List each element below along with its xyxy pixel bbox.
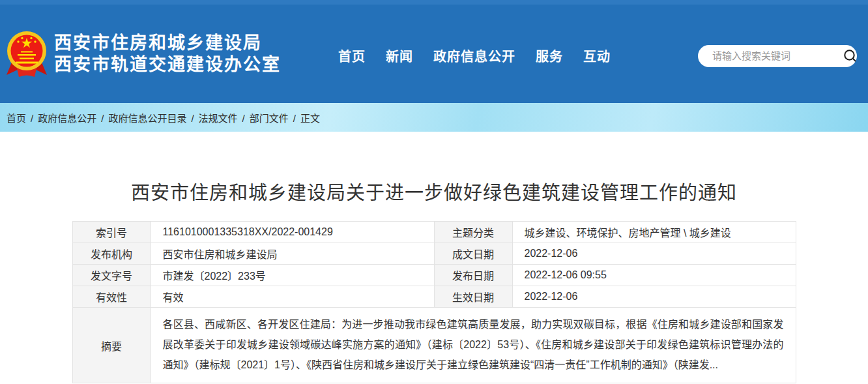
breadcrumb-separator: / — [242, 113, 245, 124]
meta-label-validity: 有效性 — [72, 286, 151, 308]
meta-label-summary: 摘要 — [72, 308, 151, 383]
breadcrumb-separator: / — [31, 113, 33, 124]
breadcrumb-band: 首页/政府信息公开/政府信息公开目录/法规文件/部门文件/正文 — [0, 103, 868, 132]
meta-label-written-date: 成文日期 — [434, 243, 512, 265]
meta-label-publish-date: 发布日期 — [434, 265, 512, 286]
site-title: 西安市住房和城乡建设局 西安市轨道交通建设办公室 — [54, 33, 281, 76]
meta-value-doc-number: 市建发〔2022〕233号 — [151, 265, 434, 286]
breadcrumb-item-current[interactable]: 正文 — [300, 113, 320, 124]
breadcrumb-separator: / — [293, 113, 296, 124]
document-meta-table: 索引号 1161010001335318XX/2022-001429 主题分类 … — [72, 221, 796, 383]
site-brand: 西安市住房和城乡建设局 西安市轨道交通建设办公室 — [6, 29, 281, 79]
site-header: 西安市住房和城乡建设局 西安市轨道交通建设办公室 首页 新闻 政府信息公开 服务… — [0, 0, 868, 103]
search-icon[interactable] — [842, 48, 857, 65]
meta-value-effective-date: 2022-12-06 — [512, 286, 796, 308]
nav-item-gov-info[interactable]: 政府信息公开 — [433, 46, 515, 65]
meta-value-topic: 城乡建设、环境保护、房地产管理 \ 城乡建设 — [512, 222, 796, 243]
meta-label-topic: 主题分类 — [434, 222, 512, 243]
article-main: 西安市住房和城乡建设局关于进一步做好绿色建筑建设管理工作的通知 索引号 1161… — [0, 132, 868, 384]
nav-item-services[interactable]: 服务 — [536, 46, 563, 65]
meta-value-index: 1161010001335318XX/2022-001429 — [151, 222, 434, 243]
meta-value-written-date: 2022-12-06 — [512, 243, 796, 265]
meta-label-index: 索引号 — [72, 222, 151, 243]
meta-value-validity: 有效 — [151, 286, 434, 308]
breadcrumb-item-regulation-files[interactable]: 法规文件 — [199, 113, 238, 124]
nav-item-news[interactable]: 新闻 — [386, 46, 413, 65]
nav-item-home[interactable]: 首页 — [338, 46, 366, 65]
breadcrumb-item-gov-info[interactable]: 政府信息公开 — [38, 113, 96, 124]
table-row: 有效性 有效 生效日期 2022-12-06 — [72, 286, 796, 308]
meta-label-issuer: 发布机构 — [72, 243, 151, 265]
site-title-line1: 西安市住房和城乡建设局 — [54, 33, 281, 54]
table-row: 发布机构 西安市住房和城乡建设局 成文日期 2022-12-06 — [72, 243, 796, 265]
table-row: 发文字号 市建发〔2022〕233号 发布日期 2022-12-06 09:55 — [72, 265, 796, 286]
header-content: 西安市住房和城乡建设局 西安市轨道交通建设办公室 首页 新闻 政府信息公开 服务… — [0, 5, 868, 103]
header-top-strip — [0, 0, 868, 5]
table-row: 索引号 1161010001335318XX/2022-001429 主题分类 … — [72, 222, 796, 243]
meta-label-effective-date: 生效日期 — [434, 286, 512, 308]
meta-value-summary: 各区县、西咸新区、各开发区住建局：为进一步推动我市绿色建筑高质量发展，助力实现双… — [151, 308, 796, 383]
breadcrumb-item-gov-info-catalog[interactable]: 政府信息公开目录 — [108, 113, 186, 124]
search-box[interactable] — [698, 45, 857, 67]
breadcrumb-item-home[interactable]: 首页 — [7, 113, 26, 124]
breadcrumb-separator: / — [101, 113, 104, 124]
table-row-summary: 摘要 各区县、西咸新区、各开发区住建局：为进一步推动我市绿色建筑高质量发展，助力… — [72, 308, 796, 383]
breadcrumb: 首页/政府信息公开/政府信息公开目录/法规文件/部门文件/正文 — [7, 111, 320, 125]
page: 西安市住房和城乡建设局 西安市轨道交通建设办公室 首页 新闻 政府信息公开 服务… — [0, 0, 868, 384]
national-emblem-icon — [6, 29, 48, 79]
breadcrumb-item-department-files[interactable]: 部门文件 — [250, 113, 289, 124]
page-title: 西安市住房和城乡建设局关于进一步做好绿色建筑建设管理工作的通知 — [0, 132, 868, 205]
site-title-line2: 西安市轨道交通建设办公室 — [54, 54, 281, 76]
breadcrumb-separator: / — [191, 113, 194, 124]
meta-label-doc-number: 发文字号 — [72, 265, 151, 286]
search-input[interactable] — [698, 45, 842, 67]
meta-value-issuer: 西安市住房和城乡建设局 — [151, 243, 434, 265]
main-nav: 首页 新闻 政府信息公开 服务 互动 — [338, 46, 611, 65]
nav-item-interaction[interactable]: 互动 — [583, 46, 611, 65]
meta-value-publish-date: 2022-12-06 09:55 — [512, 265, 796, 286]
